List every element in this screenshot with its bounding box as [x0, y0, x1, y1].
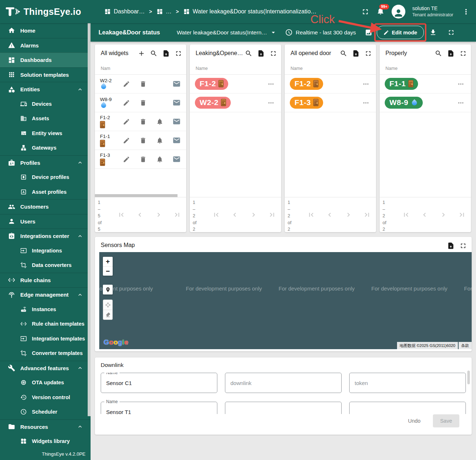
row-menu-icon[interactable]: [267, 99, 275, 107]
next-page-icon[interactable]: [250, 211, 258, 219]
downlink-input[interactable]: [230, 380, 336, 386]
sidebar-item-resources[interactable]: Resources: [0, 419, 91, 434]
alarm-button[interactable]: [151, 137, 168, 144]
downlink-scrollbar[interactable]: [467, 371, 470, 384]
sidebar-item-device-profiles[interactable]: Device profiles: [0, 170, 91, 185]
email-icon[interactable]: [172, 136, 181, 145]
avatar[interactable]: [392, 5, 405, 18]
sidebar-item-ota-updates[interactable]: OTA updates: [0, 375, 91, 390]
status-pill[interactable]: W8-9: [385, 97, 423, 109]
status-pill[interactable]: W2-2: [195, 97, 231, 109]
sidebar-item-integrations[interactable]: Integrations: [0, 243, 91, 258]
previous-page-icon[interactable]: [326, 211, 334, 219]
sidebar-scrollbar[interactable]: [88, 23, 91, 416]
google-map[interactable]: + − For development purposes onlyFor dev…: [99, 252, 472, 349]
sidebar-item-advanced-features[interactable]: Advanced features: [0, 361, 91, 376]
email-button[interactable]: [168, 117, 185, 126]
first-page-icon[interactable]: [402, 211, 410, 219]
previous-page-icon[interactable]: [231, 211, 239, 219]
name-input[interactable]: [106, 380, 212, 386]
sidebar-item-asset-profiles[interactable]: Asset profiles: [0, 185, 91, 200]
email-icon[interactable]: [172, 99, 181, 107]
first-page-icon[interactable]: [212, 211, 220, 219]
alarm-icon[interactable]: [156, 156, 163, 163]
row-menu-icon[interactable]: [457, 99, 465, 107]
zoom-in-button[interactable]: +: [103, 257, 113, 266]
email-button[interactable]: [168, 80, 185, 88]
user-info[interactable]: solution TE Tenant administrator: [412, 5, 455, 18]
edit-mode-button[interactable]: Edit mode: [377, 26, 424, 39]
edit-button[interactable]: [118, 80, 135, 88]
map-terms-link[interactable]: 条款: [459, 342, 472, 349]
edit-icon[interactable]: [123, 99, 130, 106]
notifications-button[interactable]: 99+: [376, 7, 385, 17]
last-page-icon[interactable]: [268, 211, 276, 219]
widget-fullscreen-icon[interactable]: [459, 242, 467, 250]
widget-fullscreen-icon[interactable]: [459, 50, 467, 57]
last-page-icon[interactable]: [458, 211, 466, 219]
edit-button[interactable]: [118, 156, 135, 163]
save-button[interactable]: Save: [433, 414, 459, 427]
export-icon[interactable]: [352, 50, 360, 57]
sidebar-item-version-control[interactable]: Version control: [0, 390, 91, 405]
sidebar-item-dashboards[interactable]: Dashboards: [0, 53, 91, 67]
sidebar-item-integrations-center[interactable]: Integrations center: [0, 229, 91, 243]
edit-icon[interactable]: [123, 80, 130, 88]
export-icon[interactable]: [162, 50, 170, 57]
last-page-icon[interactable]: [173, 211, 181, 219]
fullscreen-icon[interactable]: [361, 8, 369, 16]
search-icon[interactable]: [150, 50, 158, 57]
delete-button[interactable]: [135, 137, 151, 144]
next-page-icon[interactable]: [439, 211, 447, 219]
chevron-up-icon[interactable]: [77, 159, 83, 166]
next-page-icon[interactable]: [345, 211, 352, 219]
sidebar-item-entity-views[interactable]: Entity views: [0, 126, 91, 141]
add-marker-button[interactable]: [103, 285, 113, 294]
status-pill[interactable]: F1-1: [385, 78, 418, 90]
delete-icon[interactable]: [139, 156, 147, 163]
horizontal-scrollbar[interactable]: [95, 194, 186, 197]
sidebar-item-users[interactable]: Users: [0, 214, 91, 229]
token-input[interactable]: [355, 380, 460, 386]
download-icon[interactable]: [429, 29, 437, 36]
sidebar-item-rule-chain-templates[interactable]: Rule chain templates: [0, 317, 91, 331]
search-icon[interactable]: [435, 50, 442, 57]
previous-page-icon[interactable]: [421, 211, 429, 219]
chevron-up-icon[interactable]: [77, 423, 83, 430]
empty-input[interactable]: [355, 409, 460, 414]
email-button[interactable]: [168, 155, 185, 163]
row-menu-icon[interactable]: [362, 80, 370, 88]
dashboard-select[interactable]: Water leakage&Door status(Intern…: [177, 29, 277, 36]
sidebar-item-widgets-library[interactable]: Widgets library: [0, 434, 91, 449]
delete-icon[interactable]: [139, 99, 147, 106]
export-icon[interactable]: [447, 50, 455, 57]
status-pill[interactable]: F1-3: [290, 97, 323, 109]
status-pill[interactable]: F1-2: [290, 78, 323, 90]
empty-input[interactable]: [230, 409, 336, 414]
sidebar-item-solution-templates[interactable]: Solution templates: [0, 67, 91, 82]
edit-button[interactable]: [118, 137, 135, 144]
first-page-icon[interactable]: [117, 211, 125, 219]
zoom-out-button[interactable]: −: [103, 266, 113, 276]
timewindow-button[interactable]: Realtime - last 300 days: [285, 29, 356, 36]
thingseye-logo[interactable]: ThingsEye.io: [6, 6, 92, 18]
widget-fullscreen-icon[interactable]: [175, 50, 182, 57]
chevron-up-icon[interactable]: [77, 233, 83, 239]
undo-button[interactable]: Undo: [408, 418, 421, 424]
export-icon[interactable]: [447, 242, 455, 250]
edit-button[interactable]: [118, 118, 135, 125]
delete-icon[interactable]: [139, 137, 147, 144]
row-menu-icon[interactable]: [267, 80, 275, 88]
sidebar-item-gateways[interactable]: Gateways: [0, 141, 91, 155]
sidebar-item-devices[interactable]: Devices: [0, 97, 91, 112]
export-icon[interactable]: [257, 50, 265, 57]
sidebar-item-profiles[interactable]: Profiles: [0, 155, 91, 170]
alarm-button[interactable]: [151, 156, 168, 163]
search-icon[interactable]: [340, 50, 347, 57]
email-icon[interactable]: [172, 80, 181, 88]
delete-button[interactable]: [135, 156, 151, 163]
sidebar-item-scheduler[interactable]: Scheduler: [0, 405, 91, 419]
delete-button[interactable]: [135, 118, 151, 125]
delete-button[interactable]: [135, 80, 151, 88]
widget-fullscreen-icon[interactable]: [364, 50, 372, 57]
